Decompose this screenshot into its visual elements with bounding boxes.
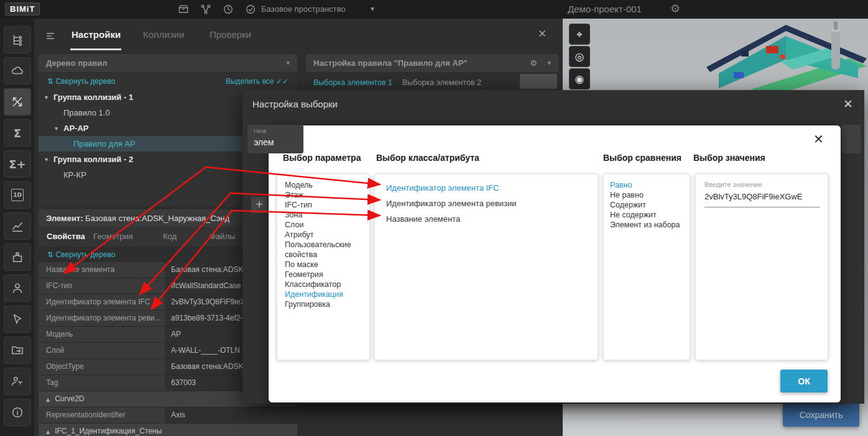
list-item-selected[interactable]: Равно <box>610 180 686 190</box>
package-icon[interactable] <box>176 2 191 17</box>
sidebar-structure-tree-icon[interactable] <box>4 26 31 53</box>
list-item-selected[interactable]: Идентификатор элемента IFC <box>386 180 594 196</box>
element-name: Базовая стена:ADSK_Наружная_Сэнд <box>85 214 229 223</box>
list-item[interactable]: Геометрия <box>285 270 366 279</box>
list-item[interactable]: По маске <box>285 260 366 270</box>
sidebar-sum-plus-icon[interactable]: Σ+ <box>4 150 31 178</box>
collapse-section-icon[interactable]: ▲ <box>46 429 50 435</box>
list-item-selected[interactable]: Идентификация <box>285 289 366 299</box>
sidebar-pointer-icon[interactable] <box>4 306 31 333</box>
caret-down-icon[interactable]: ▾ <box>45 152 48 167</box>
add-condition-button[interactable]: + <box>251 197 267 213</box>
list-item[interactable]: Классификатор <box>285 279 366 289</box>
selection-settings-modal: Настройка выборки ✕ + ✕ Выбор параметра … <box>242 90 864 404</box>
sidebar-user-access-icon[interactable] <box>4 368 31 395</box>
tab-files[interactable]: Файлы <box>210 232 235 241</box>
list-item[interactable]: Модель <box>285 180 366 190</box>
rules-tree-header[interactable]: Дерево правил ▾ <box>39 54 297 72</box>
element-prefix: Элемент: <box>46 214 83 223</box>
caret-down-icon[interactable]: ▾ <box>55 120 58 136</box>
sidebar-sum-icon[interactable]: Σ <box>4 119 31 147</box>
rule-settings-gear-icon[interactable]: ⚙ <box>530 54 537 72</box>
ok-button[interactable]: ОК <box>780 370 828 393</box>
list-item[interactable]: Название элемента <box>386 211 594 227</box>
workspace-caret-icon[interactable]: ▾ <box>371 4 374 13</box>
sidebar-collisions-icon[interactable] <box>4 88 31 116</box>
attr-column-header: Выбор класса/атрибута <box>376 153 479 163</box>
focus-frame-icon[interactable]: ⌖ <box>569 24 590 45</box>
list-item[interactable]: Зона <box>285 210 366 220</box>
rule-settings-header[interactable]: Настройка правила "Правило для АР" ⚙ ▾ <box>306 54 558 72</box>
rule-name-field[interactable]: Назв элем <box>247 125 303 153</box>
sidebar-1d-panel-icon[interactable]: 1D <box>4 181 31 209</box>
project-title: Демо-проект-001 <box>568 4 642 14</box>
collapse-section-icon[interactable]: ▲ <box>46 397 50 402</box>
list-item[interactable]: Слои <box>285 220 366 230</box>
value-column-header: Выбор значения <box>693 153 765 163</box>
rule-settings-control[interactable] <box>520 74 557 89</box>
tab-code[interactable]: Код <box>163 232 177 241</box>
tab-selection-1[interactable]: Выборка элементов 1 <box>313 78 392 91</box>
value-input-underline <box>704 207 820 207</box>
focus-dot-icon[interactable]: ◉ <box>569 68 590 89</box>
select-all-button[interactable]: Выделить все ✓✓ <box>226 77 289 86</box>
modal-close-icon[interactable]: ✕ <box>843 97 853 111</box>
sidebar-chart-icon[interactable] <box>4 212 31 240</box>
list-item[interactable]: Атрибут <box>285 230 366 240</box>
app-logo: BIMiT <box>5 2 40 16</box>
rule-settings-caret-icon[interactable]: ▾ <box>547 54 551 72</box>
project-settings-gear-icon[interactable]: ⚙ <box>670 2 680 15</box>
caret-down-icon[interactable]: ▾ <box>45 89 48 105</box>
tab-settings[interactable]: Настройки <box>72 29 121 40</box>
tree-toolbar: ⇅ Свернуть дерево Выделить все ✓✓ <box>39 73 297 89</box>
topbar: BIMiT Базовое пространство ▾ Демо-проект… <box>0 0 868 19</box>
rule-name-value: элем <box>254 137 274 147</box>
sidebar-user-icon[interactable] <box>4 275 31 302</box>
sidebar-folder-export-icon[interactable] <box>4 337 31 364</box>
list-item[interactable]: Этаж <box>285 190 366 200</box>
sidebar-cloud-sync-icon[interactable] <box>4 57 31 84</box>
panel-close-icon[interactable]: ✕ <box>538 27 547 40</box>
tab-settings-underline <box>70 48 121 50</box>
rule-settings-title: Настройка правила "Правило для АР" <box>313 54 468 72</box>
workspace-selector[interactable]: Базовое пространство <box>261 4 346 14</box>
3d-building-model <box>706 19 868 99</box>
collapse-properties-button[interactable]: ⇅ Свернуть дерево <box>47 250 115 259</box>
panel-menu-icon[interactable] <box>44 30 57 45</box>
tab-properties[interactable]: Свойства <box>47 232 85 241</box>
list-item[interactable]: Элемент из набора <box>610 220 686 230</box>
picker-close-icon[interactable]: ✕ <box>813 132 824 147</box>
list-item[interactable]: Идентификатор элемента ревизии <box>386 196 594 211</box>
tab-checks[interactable]: Проверки <box>210 29 251 40</box>
list-item[interactable]: Пользовательские свойства <box>285 240 366 260</box>
value-input[interactable]: 2vBlvTy3L9Q8FiF9ieXGwE <box>704 192 803 201</box>
table-row[interactable]: RepresentationIdentifierAxis <box>39 407 297 424</box>
topbar-tools <box>176 2 258 17</box>
list-item[interactable]: Не равно <box>610 190 686 200</box>
compare-list: Равно Не равно Содержит Не содержит Элем… <box>603 174 690 360</box>
list-item[interactable]: Группировка <box>285 299 366 309</box>
history-globe-icon[interactable] <box>221 2 236 17</box>
check-circle-icon[interactable] <box>243 2 258 17</box>
attr-list: Идентификатор элемента IFC Идентификатор… <box>374 174 598 360</box>
save-button[interactable]: Сохранить <box>783 402 859 427</box>
sidebar-puzzle-icon[interactable] <box>4 243 31 271</box>
list-item[interactable]: Не содержит <box>610 210 686 220</box>
rule-name-label: Назв <box>254 128 266 134</box>
tab-collisions[interactable]: Коллизии <box>143 29 184 40</box>
compare-column-header: Выбор сравнения <box>603 153 681 163</box>
list-item[interactable]: Содержит <box>610 200 686 210</box>
sidebar-info-icon[interactable] <box>4 399 31 426</box>
value-card: Введите значение 2vBlvTy3L9Q8FiF9ieXGwE <box>695 174 828 360</box>
hierarchy-icon[interactable] <box>198 2 213 17</box>
focus-target-icon[interactable]: ◎ <box>569 46 590 67</box>
table-group-ifc-identification[interactable]: ▲IFC_1_Идентификация_Стены <box>39 424 297 436</box>
tab-selection-2[interactable]: Выборка элементов 2 <box>402 78 481 87</box>
param-list: Модель Этаж IFC-тип Зона Слои Атрибут По… <box>277 174 370 360</box>
tab-geometry[interactable]: Геометрия <box>93 232 133 241</box>
selection-picker-panel: ✕ Выбор параметра Выбор класса/атрибута … <box>269 125 841 402</box>
list-item[interactable]: IFC-тип <box>285 200 366 210</box>
rules-tree-caret-icon[interactable]: ▾ <box>286 54 290 72</box>
sidebar: Σ Σ+ 1D <box>0 19 34 436</box>
collapse-tree-button[interactable]: ⇅ Свернуть дерево <box>47 77 115 86</box>
